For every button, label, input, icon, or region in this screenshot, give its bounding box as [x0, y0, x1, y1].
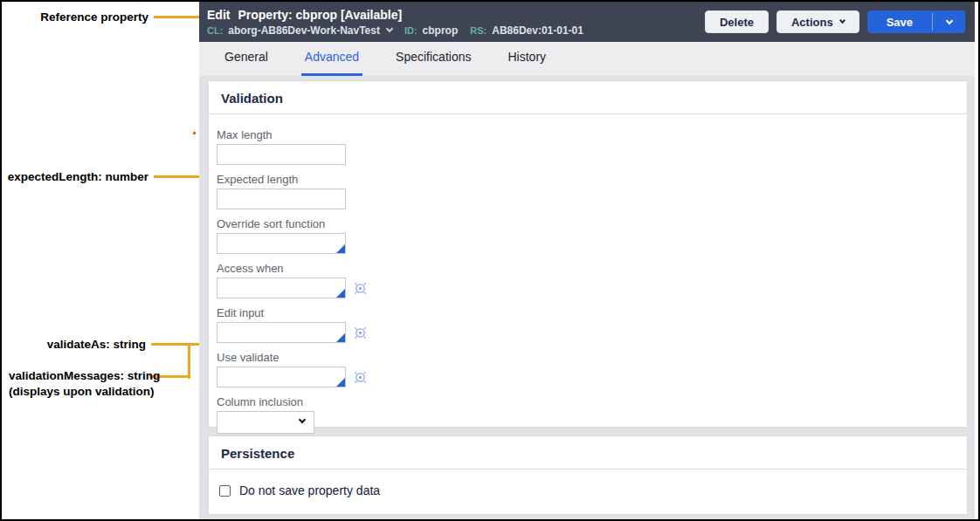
access-when-input-wrap	[217, 278, 346, 298]
max-length-label: Max length	[217, 128, 967, 141]
open-target-icon[interactable]	[353, 370, 368, 385]
screenshot-frame: Reference property expectedLength: numbe…	[0, 0, 980, 521]
access-when-input[interactable]	[217, 278, 345, 298]
meta-class-label: CL:	[207, 25, 223, 36]
override-sort-function-label: Override sort function	[217, 217, 967, 230]
meta-class-value: aborg-AB86Dev-Work-NavTest	[228, 24, 380, 37]
right-gutter	[975, 2, 978, 519]
validation-fields: Max length Expected length	[209, 114, 967, 434]
autocomplete-corner-icon	[336, 244, 345, 253]
record-title-text: Property: cbprop [Available]	[238, 8, 402, 22]
use-validate-input-wrap	[217, 367, 346, 387]
validation-section: Validation Max length Expected length	[208, 80, 968, 428]
annotation-validation-messages-note: (displays upon validation)	[9, 385, 155, 399]
meta-id-value: cbprop	[423, 24, 459, 37]
use-validate-input[interactable]	[217, 367, 345, 387]
delete-button-label: Delete	[720, 16, 754, 29]
field-use-validate: Use validate	[217, 351, 967, 387]
use-validate-label: Use validate	[217, 351, 967, 364]
override-sort-function-input-wrap	[217, 233, 346, 254]
header-actions: Delete Actions Save	[705, 10, 965, 33]
access-when-label: Access when	[217, 262, 967, 275]
tab-advanced[interactable]: Advanced	[301, 50, 362, 76]
annotation-line-reference	[154, 16, 201, 18]
annotation-reference-property: Reference property	[2, 10, 148, 24]
field-override-sort-function: Override sort function	[217, 217, 967, 254]
do-not-save-label: Do not save property data	[239, 483, 380, 497]
expected-length-input[interactable]	[217, 189, 345, 209]
edit-input-label: Edit input	[217, 306, 967, 319]
edit-input-input-wrap	[217, 322, 346, 343]
autocomplete-corner-icon	[336, 289, 345, 298]
save-split-button: Save	[867, 10, 965, 33]
meta-id-label: ID:	[404, 25, 418, 36]
save-dropdown-button[interactable]	[933, 10, 965, 33]
tab-specifications[interactable]: Specifications	[392, 50, 474, 76]
meta-ruleset-value: AB86Dev:01-01-01	[492, 24, 583, 37]
expected-length-label: Expected length	[217, 173, 967, 186]
tab-general[interactable]: General	[221, 50, 272, 76]
field-max-length: Max length	[217, 128, 967, 165]
do-not-save-row[interactable]: Do not save property data	[209, 470, 967, 497]
meta-id: ID: cbprop	[404, 24, 458, 37]
actions-button-label: Actions	[791, 16, 833, 29]
stray-orange-mark	[193, 132, 196, 134]
annotation-expected-length: expectedLength: number	[2, 170, 148, 184]
save-button-label: Save	[887, 16, 913, 29]
persistence-section: Persistence Do not save property data	[208, 435, 968, 515]
column-inclusion-select[interactable]	[217, 411, 314, 434]
open-target-icon[interactable]	[353, 326, 368, 340]
annotation-bracket-line	[188, 343, 190, 379]
field-access-when: Access when	[217, 262, 967, 298]
record-mode-label: Edit	[207, 8, 230, 22]
edit-input-input[interactable]	[217, 323, 345, 342]
actions-button[interactable]: Actions	[776, 10, 859, 33]
field-edit-input: Edit input	[217, 306, 967, 343]
validation-section-title: Validation	[209, 81, 967, 113]
chevron-down-icon	[299, 416, 306, 423]
chevron-down-icon	[945, 17, 952, 24]
chevron-down-icon[interactable]	[386, 25, 393, 32]
autocomplete-corner-icon	[336, 378, 345, 387]
do-not-save-checkbox[interactable]	[219, 485, 231, 497]
override-sort-function-input[interactable]	[217, 234, 345, 253]
record-header-info: Edit Property: cbprop [Available] CL: ab…	[207, 8, 583, 37]
record-meta: CL: aborg-AB86Dev-Work-NavTest ID: cbpro…	[207, 24, 583, 37]
annotation-line-expected-length	[154, 175, 201, 178]
tab-bar: General Advanced Specifications History	[199, 42, 975, 76]
annotation-validate-as: validateAs: string	[2, 338, 146, 352]
meta-ruleset-label: RS:	[470, 25, 487, 36]
meta-class[interactable]: CL: aborg-AB86Dev-Work-NavTest	[207, 24, 392, 37]
max-length-input-wrap	[217, 144, 346, 165]
tab-history[interactable]: History	[504, 50, 549, 76]
open-target-icon[interactable]	[353, 281, 368, 296]
chevron-down-icon	[839, 17, 845, 24]
app-region: Edit Property: cbprop [Available] CL: ab…	[199, 2, 978, 519]
field-expected-length: Expected length	[217, 173, 967, 209]
delete-button[interactable]: Delete	[705, 10, 769, 33]
record-header: Edit Property: cbprop [Available] CL: ab…	[199, 2, 975, 42]
meta-ruleset: RS: AB86Dev:01-01-01	[470, 24, 583, 37]
autocomplete-corner-icon	[336, 333, 345, 342]
field-column-inclusion: Column inclusion	[217, 395, 967, 434]
record-title: Edit Property: cbprop [Available]	[207, 8, 583, 22]
expected-length-input-wrap	[217, 189, 346, 209]
save-button[interactable]: Save	[867, 10, 932, 33]
persistence-section-title: Persistence	[209, 436, 967, 469]
max-length-input[interactable]	[217, 145, 345, 164]
annotation-validation-messages: validationMessages: string	[9, 369, 160, 383]
column-inclusion-label: Column inclusion	[217, 395, 967, 408]
